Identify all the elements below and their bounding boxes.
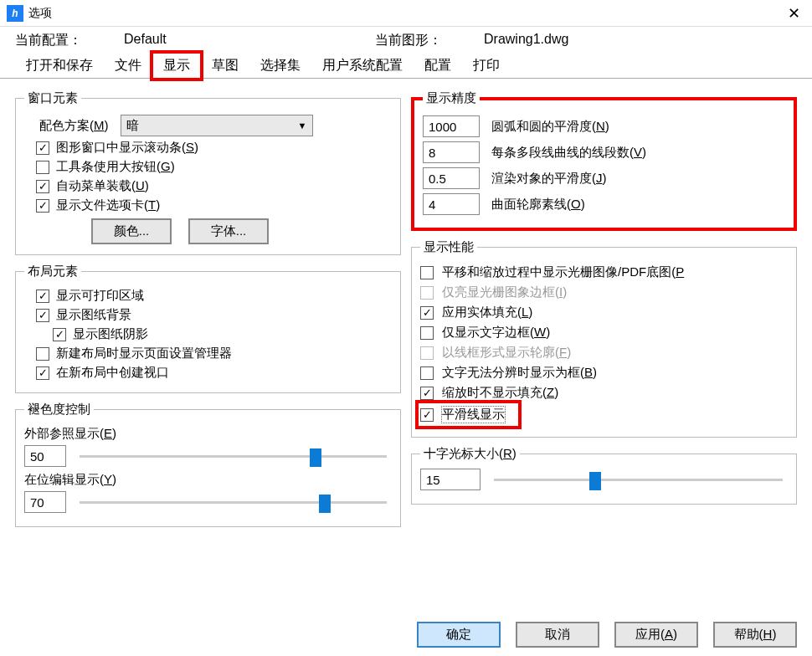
create-viewport-checkbox[interactable] xyxy=(36,366,49,380)
file-tabs-label: 显示文件选项卡(T) xyxy=(56,197,160,213)
dialog-footer: 确定 取消 应用(A) 帮助(H) xyxy=(417,622,797,648)
help-button[interactable]: 帮助(H) xyxy=(713,622,797,648)
tab-file[interactable]: 文件 xyxy=(104,53,152,79)
crosshair-size-group: 十字光标大小(R) 15 xyxy=(411,446,797,505)
paper-bg-checkbox[interactable] xyxy=(36,309,49,322)
surface-lines-input[interactable]: 4 xyxy=(423,193,480,215)
display-precision-legend: 显示精度 xyxy=(423,90,480,106)
tab-sketch[interactable]: 草图 xyxy=(201,53,249,79)
inplace-fade-input[interactable]: 70 xyxy=(24,491,66,513)
fade-control-group: 褪色度控制 外部参照显示(E) 50 在位编辑显示(Y) 70 xyxy=(15,402,401,527)
crosshair-size-slider[interactable] xyxy=(494,472,783,487)
cancel-button[interactable]: 取消 xyxy=(516,622,599,648)
color-scheme-row: 配色方案(M) 暗 ▼ xyxy=(24,115,392,136)
large-buttons-checkbox[interactable] xyxy=(36,161,49,174)
color-button[interactable]: 颜色... xyxy=(91,218,172,244)
tabs: 打开和保存 文件 显示 草图 选择集 用户系统配置 配置 打印 xyxy=(0,51,812,79)
large-buttons-label: 工具条使用大按钮(G) xyxy=(56,159,175,175)
apply-button[interactable]: 应用(A) xyxy=(614,622,698,648)
window-elements-group: 窗口元素 配色方案(M) 暗 ▼ 图形窗口中显示滚动条(S) 工具条使用大按钮(… xyxy=(15,90,401,255)
right-column: 显示精度 1000 圆弧和圆的平滑度(N) 8 每条多段线曲线的线段数(V) 0… xyxy=(411,85,797,536)
tab-config[interactable]: 配置 xyxy=(414,53,462,79)
scrollbars-label: 图形窗口中显示滚动条(S) xyxy=(56,140,198,156)
render-smooth-input[interactable]: 0.5 xyxy=(423,167,480,189)
solid-fill-checkbox[interactable] xyxy=(420,306,434,320)
scrollbars-checkbox[interactable] xyxy=(36,141,49,155)
color-scheme-select[interactable]: 暗 ▼ xyxy=(121,115,313,136)
close-icon[interactable]: ✕ xyxy=(783,4,805,23)
smooth-line-highlight: 平滑线显示 xyxy=(420,405,516,424)
xref-fade-slider[interactable] xyxy=(80,448,387,464)
inplace-fade-slider[interactable] xyxy=(80,495,387,510)
tab-display[interactable]: 显示 xyxy=(152,53,201,79)
app-icon: h xyxy=(7,5,23,22)
page-setup-checkbox[interactable] xyxy=(36,347,49,361)
auto-menu-label: 自动菜单装载(U) xyxy=(56,178,149,194)
profile-value: Default xyxy=(124,32,375,49)
xref-fade-input[interactable]: 50 xyxy=(24,445,66,467)
text-frame-checkbox[interactable] xyxy=(420,326,434,340)
paper-shadow-checkbox[interactable] xyxy=(53,328,66,341)
highlight-raster-checkbox xyxy=(420,286,434,300)
font-button[interactable]: 字体... xyxy=(188,218,269,244)
tab-selection[interactable]: 选择集 xyxy=(249,53,311,79)
content: 窗口元素 配色方案(M) 暗 ▼ 图形窗口中显示滚动条(S) 工具条使用大按钮(… xyxy=(0,79,812,542)
tab-open-save[interactable]: 打开和保存 xyxy=(15,53,104,79)
window-title: 选项 xyxy=(28,6,52,21)
crosshair-legend: 十字光标大小(R) xyxy=(420,446,520,462)
tab-user-sys[interactable]: 用户系统配置 xyxy=(311,53,414,79)
wireframe-checkbox xyxy=(420,346,434,360)
drawing-label: 当前图形： xyxy=(375,32,484,49)
arc-smooth-input[interactable]: 1000 xyxy=(423,115,480,137)
ok-button[interactable]: 确定 xyxy=(417,622,501,648)
smooth-line-checkbox[interactable] xyxy=(420,408,434,422)
left-column: 窗口元素 配色方案(M) 暗 ▼ 图形窗口中显示滚动条(S) 工具条使用大按钮(… xyxy=(15,85,401,536)
drawing-value: Drawing1.dwg xyxy=(484,32,735,49)
fade-control-legend: 褪色度控制 xyxy=(24,402,94,418)
display-performance-group: 显示性能 平移和缩放过程中显示光栅图像/PDF底图(P 仅亮显光栅图象边框(I)… xyxy=(411,239,797,438)
poly-seg-input[interactable]: 8 xyxy=(423,141,480,163)
config-row: 当前配置： Default 当前图形： Drawing1.dwg xyxy=(0,27,812,51)
text-box-checkbox[interactable] xyxy=(420,366,434,380)
file-tabs-checkbox[interactable] xyxy=(36,199,49,213)
pan-raster-checkbox[interactable] xyxy=(420,266,434,279)
window-elements-legend: 窗口元素 xyxy=(24,90,81,106)
titlebar: h 选项 ✕ xyxy=(0,0,812,27)
display-precision-group: 显示精度 1000 圆弧和圆的平滑度(N) 8 每条多段线曲线的线段数(V) 0… xyxy=(411,90,797,231)
crosshair-size-input[interactable]: 15 xyxy=(420,469,481,490)
auto-menu-checkbox[interactable] xyxy=(36,180,49,193)
profile-label: 当前配置： xyxy=(15,32,124,49)
display-performance-legend: 显示性能 xyxy=(420,239,477,255)
layout-elements-group: 布局元素 显示可打印区域 显示图纸背景 显示图纸阴影 新建布局时显示页面设置管理… xyxy=(15,264,401,393)
chevron-down-icon: ▼ xyxy=(298,120,307,131)
layout-elements-legend: 布局元素 xyxy=(24,264,81,279)
no-fill-zoom-checkbox[interactable] xyxy=(420,387,434,400)
tab-print[interactable]: 打印 xyxy=(462,53,511,79)
printable-checkbox[interactable] xyxy=(36,290,49,303)
